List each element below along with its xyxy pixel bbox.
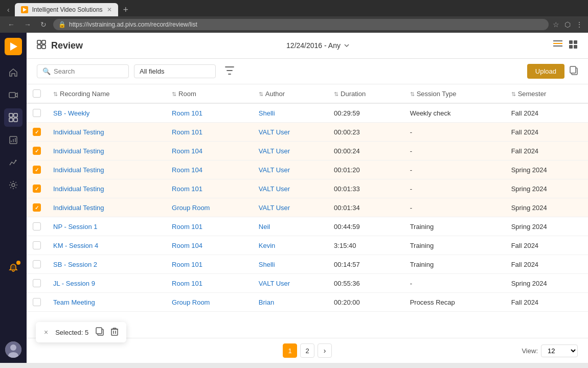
room-link-3[interactable]: Room 104 (172, 166, 202, 174)
recording-name-link-8[interactable]: SB - Session 2 (53, 261, 97, 268)
room-cell-9: Room 101 (166, 274, 253, 293)
selection-count: Selected: 5 (55, 329, 88, 336)
row-checkbox-0[interactable] (33, 109, 41, 117)
recording-name-link-10[interactable]: Team Meeting (53, 298, 95, 306)
recording-name-link-5[interactable]: Individual Testing (53, 204, 104, 212)
page-2-btn[interactable]: 2 (300, 343, 314, 358)
recording-name-link-3[interactable]: Individual Testing (53, 166, 104, 174)
room-link-9[interactable]: Room 101 (172, 280, 202, 287)
per-page-select[interactable]: 12 25 50 100 (541, 344, 578, 357)
sidebar-item-notifications[interactable] (4, 259, 22, 277)
row-checkbox-6[interactable] (33, 222, 41, 231)
row-checkbox-3[interactable] (33, 166, 41, 174)
semester-cell-0: Fall 2024 (505, 103, 588, 123)
author-link-4[interactable]: VALT User (259, 185, 290, 193)
sidebar-item-review[interactable] (4, 108, 22, 127)
room-link-8[interactable]: Room 101 (172, 261, 202, 268)
room-link-5[interactable]: Group Room (172, 204, 210, 212)
tab-close-btn[interactable]: ✕ (107, 6, 112, 13)
active-tab[interactable]: Intelligent Video Solutions ✕ (15, 3, 118, 16)
recording-name-link-6[interactable]: NP - Session 1 (53, 223, 97, 231)
row-checkbox-9[interactable] (33, 279, 41, 287)
selection-copy-btn[interactable] (96, 327, 104, 337)
row-checkbox-1[interactable] (33, 128, 41, 136)
col-recording-name[interactable]: ⇅Recording Name (47, 84, 166, 103)
selection-close-btn[interactable]: × (44, 328, 48, 336)
table-row: SB - Session 2 Room 101 Shelli 00:14:57 … (27, 255, 588, 274)
sidebar-item-analytics[interactable] (4, 153, 22, 172)
back-btn[interactable]: ← (5, 19, 17, 30)
selection-delete-btn[interactable] (111, 328, 118, 337)
row-checkbox-8[interactable] (33, 260, 41, 268)
room-link-0[interactable]: Room 101 (172, 109, 202, 117)
notification-badge (16, 261, 20, 265)
author-link-6[interactable]: Neil (259, 223, 270, 231)
recording-name-link-7[interactable]: KM - Session 4 (53, 242, 98, 249)
recording-name-link-4[interactable]: Individual Testing (53, 185, 104, 193)
room-link-4[interactable]: Room 101 (172, 185, 202, 193)
filter-icon[interactable] (221, 64, 238, 79)
author-link-0[interactable]: Shelli (259, 109, 275, 117)
search-box[interactable]: 🔍 (37, 64, 129, 78)
author-link-3[interactable]: VALT User (259, 166, 290, 174)
col-author[interactable]: ⇅Author (253, 84, 328, 103)
author-link-9[interactable]: VALT User (259, 280, 290, 287)
author-link-2[interactable]: VALT User (259, 147, 290, 155)
sidebar-item-video[interactable] (4, 86, 22, 104)
date-filter[interactable]: 12/24/2016 - Any (286, 41, 350, 50)
row-checkbox-7[interactable] (33, 241, 41, 249)
author-link-7[interactable]: Kevin (259, 242, 276, 249)
table-row: Individual Testing Room 104 VALT User 00… (27, 160, 588, 179)
app-logo (5, 38, 22, 55)
back-tabs-btn[interactable]: ‹ (4, 4, 13, 16)
recording-name-link-1[interactable]: Individual Testing (53, 128, 104, 136)
author-link-10[interactable]: Brian (259, 298, 274, 306)
address-bar[interactable]: 🔒 https://ivstraining.ad.pivs.com/record… (53, 19, 549, 30)
next-page-btn[interactable]: › (318, 343, 332, 358)
row-checkbox-5[interactable] (33, 203, 41, 212)
customize-icon[interactable]: ⋮ (576, 20, 583, 29)
semester-cell-7: Fall 2024 (505, 236, 588, 255)
table-row: JL - Session 9 Room 101 VALT User 00:55:… (27, 274, 588, 293)
grid-view-icon[interactable] (569, 40, 578, 51)
upload-button[interactable]: Upload (527, 64, 564, 79)
date-filter-text: 12/24/2016 - Any (286, 41, 341, 50)
room-link-7[interactable]: Room 104 (172, 242, 202, 249)
recording-name-link-9[interactable]: JL - Session 9 (53, 280, 95, 287)
room-link-10[interactable]: Group Room (172, 298, 210, 306)
author-link-8[interactable]: Shelli (259, 261, 275, 268)
bookmark-star-icon[interactable]: ☆ (553, 20, 559, 29)
col-duration[interactable]: ⇅Duration (328, 84, 404, 103)
sidebar-item-home[interactable] (4, 63, 22, 82)
room-link-6[interactable]: Room 101 (172, 223, 202, 231)
sidebar-item-settings[interactable] (4, 176, 22, 194)
extensions-icon[interactable]: ⬡ (564, 20, 571, 29)
recording-name-link-0[interactable]: SB - Weekly (53, 109, 89, 117)
page-1-btn[interactable]: 1 (283, 343, 297, 358)
recording-name-link-2[interactable]: Individual Testing (53, 147, 104, 155)
col-room[interactable]: ⇅Room (166, 84, 253, 103)
menu-icon[interactable] (553, 40, 562, 51)
row-checkbox-10[interactable] (33, 298, 41, 306)
user-avatar[interactable] (5, 341, 21, 358)
author-link-5[interactable]: VALT User (259, 204, 290, 212)
table-row: SB - Weekly Room 101 Shelli 00:29:59 Wee… (27, 103, 588, 123)
author-link-1[interactable]: VALT User (259, 128, 290, 136)
tab-favicon (21, 6, 28, 13)
select-all-checkbox[interactable] (33, 89, 41, 98)
row-checkbox-2[interactable] (33, 147, 41, 155)
reload-btn[interactable]: ↻ (38, 19, 49, 30)
session-type-cell-2: - (404, 142, 505, 160)
forward-btn[interactable]: → (21, 19, 34, 30)
new-tab-btn[interactable]: + (120, 5, 132, 15)
copy-icon[interactable] (570, 66, 578, 77)
room-link-1[interactable]: Room 101 (172, 128, 202, 136)
col-session-type[interactable]: ⇅Session Type (404, 84, 505, 103)
col-semester[interactable]: ⇅Semester (505, 84, 588, 103)
sidebar-item-reports[interactable] (4, 131, 22, 149)
svg-rect-3 (9, 113, 13, 117)
row-checkbox-4[interactable] (33, 185, 41, 193)
room-link-2[interactable]: Room 104 (172, 147, 202, 155)
field-select[interactable]: All fields Recording Name Room Author Du… (134, 64, 216, 78)
search-input[interactable] (54, 67, 120, 75)
